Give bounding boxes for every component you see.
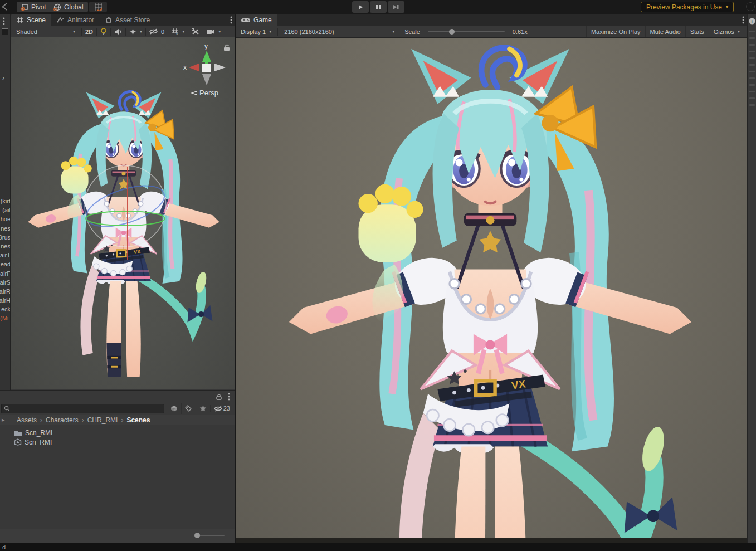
thumbnail-size-slider[interactable]: [196, 535, 225, 536]
search-by-type-button[interactable]: [167, 403, 181, 414]
search-input[interactable]: [1, 404, 164, 413]
divider: [203, 28, 203, 36]
stats-button[interactable]: Stats: [685, 26, 709, 37]
transform-tool-icon[interactable]: [1, 2, 9, 11]
hierarchy-item[interactable]: nes: [0, 225, 11, 234]
lock-icon[interactable]: [216, 393, 222, 400]
more-icon[interactable]: [3, 17, 5, 25]
info-icon[interactable]: i: [749, 18, 755, 25]
expand-arrow-icon[interactable]: ▸: [2, 416, 5, 423]
file-name: Scn_RMI: [25, 429, 52, 437]
lock-icon[interactable]: [223, 44, 230, 51]
more-icon[interactable]: [230, 16, 232, 24]
hierarchy-item[interactable]: airF: [0, 270, 11, 279]
hierarchy-item[interactable]: ead: [0, 261, 11, 270]
hierarchy-item[interactable]: airH: [0, 297, 11, 306]
scene-visibility-icon[interactable]: [149, 28, 158, 35]
tab-animator[interactable]: Animator: [51, 14, 100, 26]
chevron-down-icon: ▾: [269, 30, 271, 34]
hierarchy-item[interactable]: Brus: [0, 234, 11, 243]
chevron-down-icon[interactable]: ▾: [140, 30, 142, 34]
svg-text:i: i: [752, 19, 753, 24]
perspective-toggle[interactable]: Persp: [191, 89, 218, 97]
effects-icon[interactable]: [129, 28, 136, 35]
hierarchy-item[interactable]: eck: [0, 306, 11, 315]
breadcrumb-item[interactable]: Assets: [17, 416, 37, 424]
scale-label: Scale: [404, 28, 420, 35]
hierarchy-item-selected[interactable]: (Mi: [0, 315, 11, 324]
list-item[interactable]: Scn_RMI: [0, 437, 235, 447]
step-button[interactable]: [388, 1, 404, 13]
hidden-assets-toggle[interactable]: 23: [210, 405, 233, 412]
gizmos-dropdown[interactable]: Gizmos ▾: [709, 26, 744, 37]
project-search-row: 23: [0, 402, 235, 415]
play-button[interactable]: [352, 1, 369, 13]
status-bar[interactable]: d: [0, 543, 756, 551]
maximize-on-play-button[interactable]: Maximize On Play: [586, 26, 645, 37]
hierarchy-item[interactable]: kirt): [0, 198, 11, 207]
grid-snap-button[interactable]: [89, 2, 107, 12]
account-icon[interactable]: [746, 2, 755, 11]
resolution-dropdown[interactable]: 2160 (2160x2160) ▾: [281, 27, 397, 36]
breadcrumb-separator: ›: [121, 416, 123, 424]
chevron-down-icon[interactable]: ▾: [182, 30, 184, 34]
breadcrumb-item[interactable]: CHR_RMI: [87, 416, 118, 424]
game-panel: Game Display 1 ▾ 2160 (2160x2160) ▾ Scal…: [236, 14, 747, 543]
chevron-down-icon[interactable]: ▾: [218, 30, 221, 34]
tab-scene[interactable]: Scene: [11, 14, 51, 26]
tab-asset-store[interactable]: Asset Store: [100, 14, 155, 26]
global-button[interactable]: Global: [49, 2, 88, 12]
chevron-down-icon: ▾: [726, 5, 728, 9]
expand-arrow-icon[interactable]: ›: [2, 74, 4, 82]
scene-toolbar: Shaded ▾ 2D ▾ 0 y ▾: [11, 26, 235, 37]
hierarchy-item[interactable]: airR: [0, 288, 11, 297]
list-item[interactable]: Scn_RMI: [0, 428, 235, 437]
tools-icon[interactable]: [192, 28, 199, 35]
project-panel: 23 ▸ Assets › Characters › CHR_RMI › Sce…: [0, 390, 235, 543]
mute-audio-button[interactable]: Mute Audio: [645, 26, 685, 37]
scale-value: 0.61x: [513, 28, 528, 35]
hierarchy-item[interactable]: airS: [0, 279, 11, 288]
hierarchy-item[interactable]: ail): [0, 207, 11, 216]
preview-packages-label: Preview Packages in Use: [646, 3, 722, 11]
audio-icon[interactable]: [114, 28, 122, 35]
pause-button[interactable]: [370, 1, 387, 13]
hierarchy-item[interactable]: hoe: [0, 216, 11, 225]
character-model-game: [275, 38, 706, 543]
game-viewport[interactable]: [236, 38, 747, 543]
character-model-scene[interactable]: [21, 85, 226, 382]
grid-settings-icon[interactable]: y: [172, 28, 179, 35]
toggle-2d[interactable]: 2D: [85, 28, 93, 35]
divider: [188, 28, 188, 36]
breadcrumb-item[interactable]: Characters: [46, 416, 79, 424]
lighting-icon[interactable]: [100, 28, 107, 36]
more-icon[interactable]: [228, 393, 230, 401]
pivot-label: Pivot: [31, 3, 46, 11]
scene-viewport[interactable]: y x Persp: [11, 37, 235, 389]
pivot-button[interactable]: Pivot: [17, 2, 51, 12]
game-toolbar: Display 1 ▾ 2160 (2160x2160) ▾ Scale 0.6…: [236, 26, 747, 38]
display-label: Display 1: [241, 28, 266, 35]
gizmos-label: Gizmos: [714, 28, 734, 35]
chevron-down-icon: ▾: [392, 30, 394, 34]
inspector-clipped-rows: [749, 31, 755, 106]
slider-knob[interactable]: [449, 29, 455, 35]
svg-text:y: y: [176, 32, 178, 35]
preview-packages-button[interactable]: Preview Packages in Use ▾: [641, 2, 734, 12]
favorites-button[interactable]: [196, 403, 210, 414]
more-icon[interactable]: [742, 16, 744, 24]
camera-icon[interactable]: [207, 29, 215, 35]
scale-slider[interactable]: [428, 31, 505, 32]
hierarchy-item[interactable]: nes: [0, 243, 11, 252]
slider-knob[interactable]: [194, 533, 200, 538]
tab-game[interactable]: Game: [236, 14, 277, 26]
breadcrumb-item-current[interactable]: Scenes: [126, 416, 150, 424]
search-by-label-button[interactable]: [181, 403, 196, 414]
hierarchy-swatch[interactable]: [2, 28, 8, 35]
playmode-controls: [352, 1, 404, 13]
display-dropdown[interactable]: Display 1 ▾: [238, 27, 274, 36]
breadcrumb-separator: ›: [40, 416, 42, 424]
folder-icon: [14, 430, 22, 436]
draw-mode-dropdown[interactable]: Shaded ▾: [13, 27, 78, 36]
hierarchy-item[interactable]: airT: [0, 252, 11, 261]
